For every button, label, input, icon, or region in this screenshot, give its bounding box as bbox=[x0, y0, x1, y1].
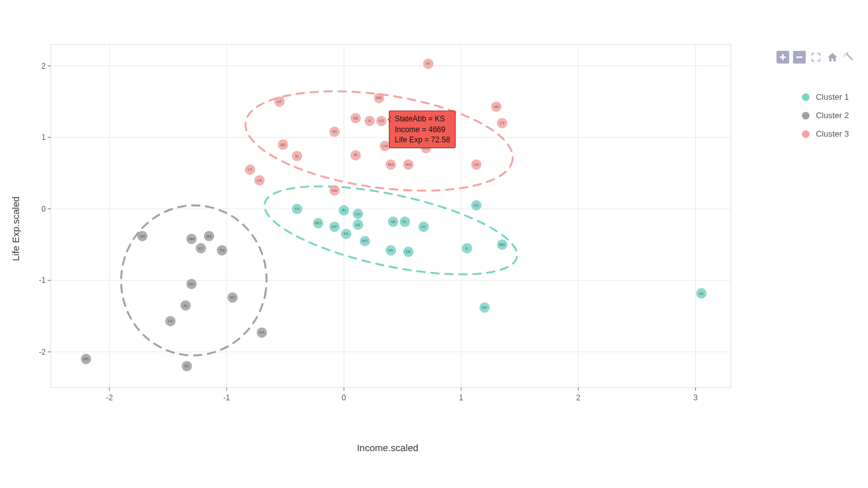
data-point[interactable] bbox=[353, 209, 363, 219]
home-button[interactable] bbox=[826, 51, 839, 64]
legend-label: Cluster 1 bbox=[816, 92, 849, 102]
data-point[interactable] bbox=[137, 231, 147, 241]
data-point[interactable] bbox=[278, 140, 288, 150]
data-point[interactable] bbox=[186, 234, 196, 244]
data-point[interactable] bbox=[374, 93, 384, 103]
legend-item-cluster1[interactable]: Cluster 1 bbox=[802, 92, 849, 102]
data-point[interactable] bbox=[419, 222, 429, 232]
data-point[interactable] bbox=[471, 200, 482, 210]
legend-item-cluster2[interactable]: Cluster 2 bbox=[802, 111, 849, 120]
plot-toolbar bbox=[776, 51, 855, 64]
data-point[interactable] bbox=[275, 97, 285, 107]
svg-text:2: 2 bbox=[576, 393, 581, 402]
data-point[interactable] bbox=[81, 354, 91, 364]
data-point[interactable] bbox=[254, 175, 264, 186]
svg-text:-1: -1 bbox=[39, 276, 46, 285]
wand-icon bbox=[843, 51, 855, 63]
data-point[interactable] bbox=[491, 102, 501, 112]
data-point[interactable] bbox=[292, 151, 302, 161]
svg-rect-6 bbox=[846, 53, 853, 60]
svg-text:0: 0 bbox=[41, 205, 46, 214]
svg-text:3: 3 bbox=[693, 393, 698, 402]
data-point[interactable] bbox=[480, 302, 490, 313]
data-point[interactable] bbox=[403, 159, 414, 170]
grid bbox=[51, 44, 731, 388]
data-point[interactable] bbox=[196, 243, 206, 254]
svg-point-5 bbox=[844, 55, 845, 57]
data-point[interactable] bbox=[462, 243, 472, 254]
data-point[interactable] bbox=[313, 218, 323, 228]
legend-swatch-icon bbox=[802, 112, 810, 119]
data-point[interactable] bbox=[182, 361, 192, 371]
data-point[interactable] bbox=[365, 116, 375, 126]
data-point[interactable] bbox=[353, 220, 363, 230]
data-point[interactable] bbox=[386, 159, 396, 170]
svg-rect-7 bbox=[51, 44, 731, 388]
legend: Cluster 1 Cluster 2 Cluster 3 bbox=[802, 92, 849, 147]
data-point[interactable] bbox=[217, 245, 227, 255]
data-point[interactable] bbox=[388, 217, 398, 227]
more-button[interactable] bbox=[843, 51, 855, 64]
x-ticks: -2-10123 bbox=[106, 388, 698, 402]
hover-tooltip: StateAbb = KSIncome = 4669Life Exp = 72.… bbox=[389, 111, 456, 148]
data-point[interactable] bbox=[471, 159, 482, 170]
svg-text:0: 0 bbox=[342, 393, 346, 402]
data-point[interactable] bbox=[292, 204, 302, 214]
legend-swatch-icon bbox=[802, 93, 810, 101]
legend-item-cluster3[interactable]: Cluster 3 bbox=[802, 129, 849, 139]
data-point[interactable] bbox=[204, 231, 214, 241]
svg-text:-2: -2 bbox=[106, 393, 113, 402]
data-point[interactable] bbox=[423, 58, 433, 69]
data-point[interactable] bbox=[386, 245, 396, 255]
svg-text:1: 1 bbox=[41, 133, 46, 142]
minus-icon bbox=[796, 53, 803, 61]
svg-text:1: 1 bbox=[459, 393, 463, 402]
data-point[interactable] bbox=[351, 150, 361, 160]
svg-text:-2: -2 bbox=[39, 348, 46, 356]
expand-icon bbox=[810, 51, 822, 63]
data-point[interactable] bbox=[180, 301, 191, 311]
data-point[interactable] bbox=[329, 126, 339, 137]
svg-rect-1 bbox=[780, 57, 786, 58]
svg-text:2: 2 bbox=[41, 62, 46, 71]
data-point[interactable] bbox=[360, 236, 370, 246]
zoom-out-button[interactable] bbox=[793, 51, 806, 64]
y-ticks: -2-1012 bbox=[39, 62, 51, 356]
data-point[interactable] bbox=[497, 240, 507, 250]
data-point[interactable] bbox=[165, 316, 175, 326]
data-point[interactable] bbox=[403, 247, 414, 257]
y-axis-title: Life Exp.scaled bbox=[10, 196, 21, 261]
svg-point-19 bbox=[257, 168, 524, 292]
data-point[interactable] bbox=[351, 113, 361, 123]
plus-icon bbox=[779, 53, 787, 61]
zoom-in-button[interactable] bbox=[776, 51, 789, 64]
data-points: TXMOINMTPAOHAZWYMIFLVADENYILNJMDNVAKARNM… bbox=[81, 58, 707, 371]
svg-text:-1: -1 bbox=[223, 393, 230, 402]
data-point[interactable] bbox=[497, 118, 507, 128]
legend-label: Cluster 2 bbox=[816, 111, 849, 120]
data-point[interactable] bbox=[400, 217, 410, 227]
data-point[interactable] bbox=[245, 165, 255, 175]
scatter-plot[interactable]: TXMOINMTPAOHAZWYMIFLVADENYILNJMDNVAKARNM… bbox=[38, 32, 737, 426]
data-point[interactable] bbox=[329, 186, 339, 196]
data-point[interactable] bbox=[257, 327, 267, 337]
svg-rect-2 bbox=[796, 57, 803, 58]
data-point[interactable] bbox=[186, 279, 196, 289]
data-point[interactable] bbox=[339, 205, 349, 215]
legend-swatch-icon bbox=[802, 130, 810, 138]
legend-label: Cluster 3 bbox=[816, 129, 849, 139]
data-point[interactable] bbox=[329, 222, 339, 232]
data-point[interactable] bbox=[227, 292, 238, 302]
svg-point-3 bbox=[845, 53, 846, 55]
fit-button[interactable] bbox=[810, 51, 822, 64]
x-axis-title: Income.scaled bbox=[357, 442, 419, 453]
data-point[interactable] bbox=[341, 229, 351, 239]
home-icon bbox=[827, 51, 838, 63]
data-point[interactable] bbox=[696, 288, 707, 299]
